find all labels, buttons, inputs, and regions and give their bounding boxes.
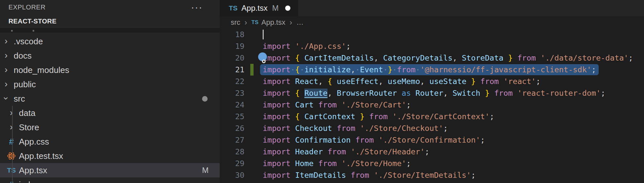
unsaved-changes-dot-icon (202, 96, 208, 102)
clipped-row-fragment (33, 30, 34, 32)
git-modified-badge: M (202, 166, 209, 175)
tree-item-index-css[interactable]: #index.css (0, 177, 220, 183)
breadcrumb-item-symbols[interactable]: … (296, 18, 303, 27)
tree-item-app-test-tsx[interactable]: App.test.tsx (0, 149, 220, 163)
tree-item-label: App.tsx (19, 165, 47, 176)
code-line-18[interactable]: 18 (220, 29, 644, 40)
line-number[interactable]: 26 (220, 122, 244, 134)
typescript-file-icon: TS (6, 166, 17, 174)
chevron-right-icon[interactable]: › (5, 34, 7, 48)
line-number[interactable]: 21 (220, 64, 244, 76)
code-line-23[interactable]: 23import { Route, BrowserRouter as Route… (220, 87, 644, 99)
workspace-title: REACT-STORE (8, 18, 56, 25)
code-text: import ItemDetails from './Store/ItemDet… (263, 169, 476, 181)
typescript-file-icon: TS (251, 19, 258, 26)
vscode-window: EXPLORER ··· REACT-STORE ›.vscode›docs›n… (0, 0, 644, 183)
code-line-26[interactable]: 26import Checkout from './Store/Checkout… (220, 122, 644, 134)
code-text: import Cart from './Store/Cart'; (263, 99, 411, 111)
code-line-30[interactable]: 30import ItemDetails from './Store/ItemD… (220, 169, 644, 181)
tree-item-docs[interactable]: ›docs (0, 49, 220, 63)
css-file-icon: # (6, 180, 17, 183)
chevron-right-icon[interactable]: › (5, 63, 7, 77)
line-number[interactable]: 29 (220, 158, 244, 169)
typescript-file-icon: TS (229, 4, 238, 12)
explorer-header: EXPLORER ··· (0, 0, 220, 14)
line-number[interactable]: 22 (220, 76, 244, 87)
code-text: import·{·initialize,·Event·}·from·'@harn… (263, 64, 596, 76)
code-editor[interactable]: 1819import './App.css';20import { CartIt… (220, 29, 644, 181)
tree-item-label: App.css (19, 137, 49, 147)
line-number[interactable]: 18 (220, 29, 244, 40)
tree-item-label: data (19, 108, 36, 118)
chevron-right-icon[interactable]: › (5, 77, 7, 91)
text-cursor (263, 30, 264, 39)
line-number[interactable]: 23 (220, 87, 244, 99)
editor-group: TS App.tsx M src›TSApp.tsx›… 1819import … (220, 0, 644, 183)
tree-item-label: index.css (19, 180, 54, 183)
breadcrumb-separator-icon: › (289, 17, 292, 28)
breadcrumb-item-app-tsx[interactable]: App.tsx (261, 18, 285, 27)
tree-item-app-tsx[interactable]: TSApp.tsxM (0, 163, 220, 177)
code-line-25[interactable]: 25import { CartContext } from './Store/C… (220, 111, 644, 122)
tree-item-label: .vscode (14, 36, 43, 47)
code-text: import Header from './Store/Header'; (263, 146, 429, 158)
code-line-29[interactable]: 29import Home from './Store/Home'; (220, 158, 644, 169)
breadcrumb-item-src[interactable]: src (231, 18, 240, 27)
tree-item-label: src (14, 94, 25, 104)
line-number[interactable]: 27 (220, 134, 244, 146)
react-file-icon (6, 151, 17, 163)
code-line-19[interactable]: 19import './App.css'; (220, 40, 644, 52)
tab-app-tsx[interactable]: TS App.tsx M (220, 0, 298, 16)
tree-scroll-sliver (0, 28, 220, 33)
code-line-24[interactable]: 24import Cart from './Store/Cart'; (220, 99, 644, 111)
tree-item-label: docs (14, 51, 32, 61)
tree-item-data[interactable]: ›data (0, 106, 220, 120)
tree-item-public[interactable]: ›public (0, 77, 220, 92)
workspace-section-header[interactable]: REACT-STORE (0, 14, 220, 28)
chevron-right-icon[interactable]: › (5, 48, 7, 63)
tab-bar[interactable]: TS App.tsx M (220, 0, 644, 16)
tree-item-label: App.test.tsx (19, 151, 63, 161)
tree-item-label: node_modules (14, 65, 69, 75)
line-number[interactable]: 19 (220, 40, 244, 52)
code-text: import { CartItemDetails, CategoryDetail… (263, 52, 633, 64)
line-number[interactable]: 30 (220, 169, 244, 181)
code-text: import { CartContext } from './Store/Car… (263, 111, 494, 122)
file-tree: ›.vscode›docs›node_modules›public›src›da… (0, 34, 220, 183)
tab-dirty-dot-icon[interactable] (285, 6, 290, 11)
remote-cursor-ring-icon (262, 60, 266, 63)
code-line-28[interactable]: 28import Header from './Store/Header'; (220, 146, 644, 158)
breadcrumb-separator-icon: › (244, 17, 247, 28)
explorer-sidebar: EXPLORER ··· REACT-STORE ›.vscode›docs›n… (0, 0, 220, 183)
line-number[interactable]: 25 (220, 111, 244, 122)
breadcrumb: src›TSApp.tsx›… (220, 16, 644, 29)
explorer-more-actions-icon[interactable]: ··· (191, 1, 203, 14)
code-line-22[interactable]: 22import React, { useEffect, useMemo, us… (220, 76, 644, 87)
code-text: import React, { useEffect, useMemo, useS… (263, 76, 540, 87)
tree-item-app-css[interactable]: #App.css (0, 134, 220, 149)
code-line-27[interactable]: 27import Confirmation from './Store/Conf… (220, 134, 644, 146)
tree-indent-guide (12, 106, 13, 183)
line-number[interactable]: 24 (220, 99, 244, 111)
code-text: import Home from './Store/Home'; (263, 158, 411, 169)
tab-title: App.tsx (242, 4, 268, 13)
tab-git-modified-badge: M (272, 4, 279, 13)
tree-item--vscode[interactable]: ›.vscode (0, 34, 220, 49)
line-number[interactable]: 28 (220, 146, 244, 158)
code-text: import './App.css'; (263, 40, 351, 52)
tree-item-node_modules[interactable]: ›node_modules (0, 63, 220, 77)
tree-item-store[interactable]: ›Store (0, 120, 220, 134)
tree-item-label: public (14, 79, 36, 90)
code-text: import { Route, BrowserRouter as Router,… (263, 87, 605, 99)
code-text: import Checkout from './Store/Checkout'; (263, 122, 448, 134)
tree-item-src[interactable]: ›src (0, 92, 220, 106)
clipped-row-fragment (11, 30, 13, 32)
line-number[interactable]: 20 (220, 52, 244, 64)
code-line-20[interactable]: 20import { CartItemDetails, CategoryDeta… (220, 52, 644, 64)
code-line-21[interactable]: 21import·{·initialize,·Event·}·from·'@ha… (220, 64, 644, 76)
chevron-down-icon[interactable]: › (0, 97, 13, 100)
explorer-title: EXPLORER (8, 4, 46, 11)
text-selection: import·{·initialize,·Event·}·from·'@harn… (260, 64, 599, 75)
tree-item-label: Store (19, 122, 39, 133)
css-file-icon: # (6, 137, 17, 147)
